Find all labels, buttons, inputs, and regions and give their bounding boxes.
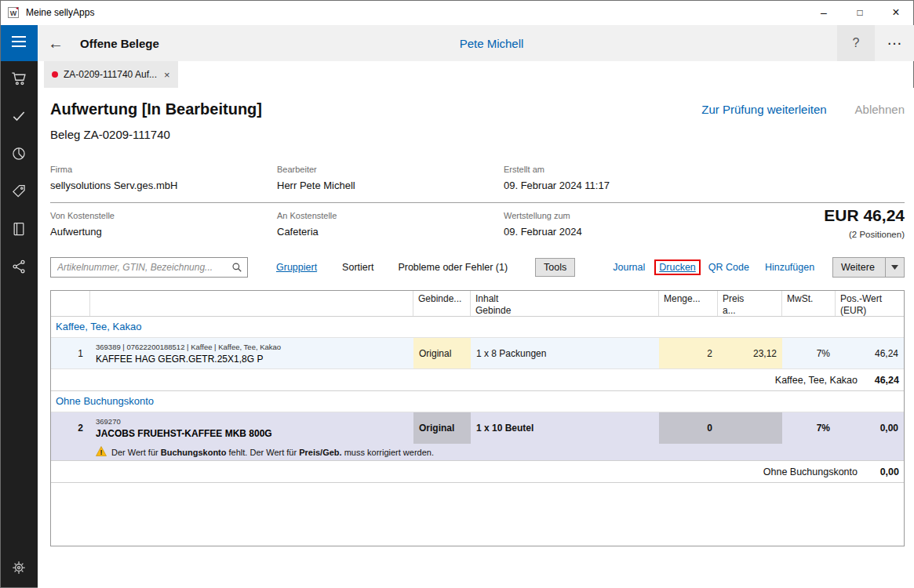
subtotal-label: Kaffee, Tee, Kakao — [775, 375, 858, 386]
tab-bar: ZA-0209-111740 Auf... × — [38, 61, 914, 88]
probleme-filter[interactable]: Probleme oder Fehler (1) — [398, 262, 508, 273]
sortiert-toggle[interactable]: Sortiert — [342, 262, 373, 273]
weitere-label: Weitere — [841, 262, 875, 273]
back-button[interactable]: ← — [38, 25, 74, 61]
shopping-cart-icon — [11, 71, 27, 90]
sidebar-item-statistics[interactable] — [0, 136, 38, 174]
document-total: EUR 46,24 (2 Positionen) — [824, 206, 905, 239]
group-header-ohne-buchungskonto[interactable]: Ohne Buchungskonto — [51, 391, 904, 412]
svg-text:W: W — [10, 9, 17, 17]
maximize-icon: □ — [857, 7, 862, 18]
cell-article: 369270 JACOBS FRUEHST-KAFFEE MKB 800G — [90, 412, 413, 444]
field-value: Cafeteria — [277, 226, 504, 238]
field-an-kostenstelle: An Kostenstelle Cafeteria — [277, 211, 504, 238]
help-button[interactable]: ? — [837, 25, 875, 61]
field-firma: Firma sellysolutions Serv.ges.mbH — [50, 165, 277, 191]
drucken-link[interactable]: Drucken — [659, 262, 696, 273]
ellipsis-icon: … — [887, 31, 902, 49]
cell-menge[interactable]: 2 — [659, 338, 718, 368]
article-name: JACOBS FRUEHST-KAFFEE MKB 800G — [96, 428, 272, 439]
col-header-mwst[interactable]: MwSt. — [782, 291, 836, 316]
titlebar: W Meine sellyApps – □ × — [0, 0, 914, 25]
help-icon: ? — [853, 36, 860, 50]
table-row[interactable]: 2 369270 JACOBS FRUEHST-KAFFEE MKB 800G … — [51, 412, 904, 444]
window-controls: – □ × — [806, 0, 914, 25]
annotation-highlight: Drucken — [654, 260, 701, 275]
close-button[interactable]: × — [878, 0, 914, 25]
maximize-button[interactable]: □ — [842, 0, 878, 25]
document-content: Aufwertung [In Bearbeitung] Zur Prüfung … — [38, 88, 914, 588]
sidebar-item-articles[interactable] — [0, 174, 38, 212]
document-title: Aufwertung [In Bearbeitung] — [50, 100, 262, 118]
tab-document[interactable]: ZA-0209-111740 Auf... × — [44, 61, 178, 88]
field-value: Aufwertung — [50, 226, 277, 238]
field-label: Firma — [50, 165, 277, 174]
col-header-poswert[interactable]: Pos.-Wert(EUR) — [836, 291, 904, 316]
document-number: Beleg ZA-0209-111740 — [50, 128, 905, 141]
col-header-number — [51, 291, 90, 316]
minimize-button[interactable]: – — [806, 0, 842, 25]
subtotal-label: Ohne Buchungskonto — [763, 466, 858, 477]
field-bearbeiter: Bearbeiter Herr Pete Michell — [277, 165, 504, 191]
col-header-menge[interactable]: Menge... — [659, 291, 718, 316]
reject-button[interactable]: Ablehnen — [855, 103, 905, 116]
chevron-down-icon — [885, 258, 904, 277]
weitere-dropdown[interactable]: Weitere — [832, 257, 905, 278]
hamburger-icon — [12, 36, 26, 50]
more-options-button[interactable]: … — [875, 25, 914, 61]
article-meta: 369270 — [96, 417, 121, 426]
field-value: Herr Pete Michell — [277, 180, 504, 191]
field-von-kostenstelle: Von Kostenstelle Aufwertung — [50, 211, 277, 238]
field-value: sellysolutions Serv.ges.mbH — [50, 180, 277, 191]
checkmark-icon — [11, 108, 27, 127]
journal-link[interactable]: Journal — [613, 262, 645, 273]
cell-article: 369389 | 07622200188512 | Kaffee | Kaffe… — [90, 338, 413, 368]
field-label: Von Kostenstelle — [50, 211, 277, 220]
book-icon — [11, 221, 27, 240]
positions-toolbar: Gruppiert Sortiert Probleme oder Fehler … — [50, 256, 905, 278]
tab-close-icon[interactable]: × — [164, 69, 170, 81]
warning-icon: ! — [96, 446, 107, 458]
group-header-kaffee[interactable]: Kaffee, Tee, Kakao — [51, 317, 904, 338]
article-search — [50, 257, 248, 278]
cell-mwst: 7% — [782, 412, 836, 444]
app-icon: W — [7, 6, 20, 19]
col-header-gebinde[interactable]: Gebinde... — [413, 291, 471, 316]
search-input[interactable] — [51, 262, 247, 273]
user-name: Pete Michell — [460, 37, 524, 50]
document-fields: Firma sellysolutions Serv.ges.mbH Bearbe… — [50, 157, 905, 249]
cell-position-number: 2 — [51, 412, 90, 444]
cell-preis — [718, 412, 782, 444]
sidebar-item-settings[interactable] — [0, 552, 38, 586]
close-icon: × — [892, 5, 899, 20]
sidebar-item-journal[interactable] — [0, 212, 38, 249]
cell-position-number: 1 — [51, 338, 90, 368]
hinzufuegen-link[interactable]: Hinzufügen — [765, 262, 814, 273]
cell-inhalt: 1 x 8 Packungen — [471, 338, 659, 368]
forward-for-review-button[interactable]: Zur Prüfung weiterleiten — [701, 103, 826, 116]
sidebar-item-menu[interactable] — [0, 25, 38, 61]
tools-button[interactable]: Tools — [535, 258, 575, 277]
positions-table: Gebinde... InhaltGebinde Menge... Preisa… — [50, 290, 905, 546]
cell-poswert: 0,00 — [836, 412, 904, 444]
group-subtotal-ohne-buchungskonto: Ohne Buchungskonto 0,00 — [51, 461, 904, 483]
subtotal-value: 46,24 — [858, 375, 904, 386]
col-header-preis[interactable]: Preisa... — [718, 291, 782, 316]
share-icon — [11, 259, 27, 278]
cell-poswert: 46,24 — [836, 338, 904, 368]
table-row[interactable]: 1 369389 | 07622200188512 | Kaffee | Kaf… — [51, 338, 904, 369]
cell-preis[interactable]: 23,12 — [718, 338, 782, 368]
field-value: 09. Februar 2024 11:17 — [504, 180, 905, 191]
minimize-icon: – — [821, 6, 827, 19]
sidebar-item-share[interactable] — [0, 249, 38, 287]
gruppiert-toggle[interactable]: Gruppiert — [276, 262, 317, 273]
qr-code-link[interactable]: QR Code — [708, 262, 749, 273]
sidebar-item-tasks[interactable] — [0, 99, 38, 136]
tag-icon — [11, 183, 27, 202]
cell-gebinde[interactable]: Original — [413, 338, 471, 368]
sidebar-item-cart[interactable] — [0, 61, 38, 99]
warning-text: Der Wert für Buchungskonto fehlt. Der We… — [111, 448, 434, 457]
subtotal-value: 0,00 — [858, 466, 904, 477]
col-header-inhalt[interactable]: InhaltGebinde — [471, 291, 659, 316]
field-label: Erstellt am — [504, 165, 905, 174]
